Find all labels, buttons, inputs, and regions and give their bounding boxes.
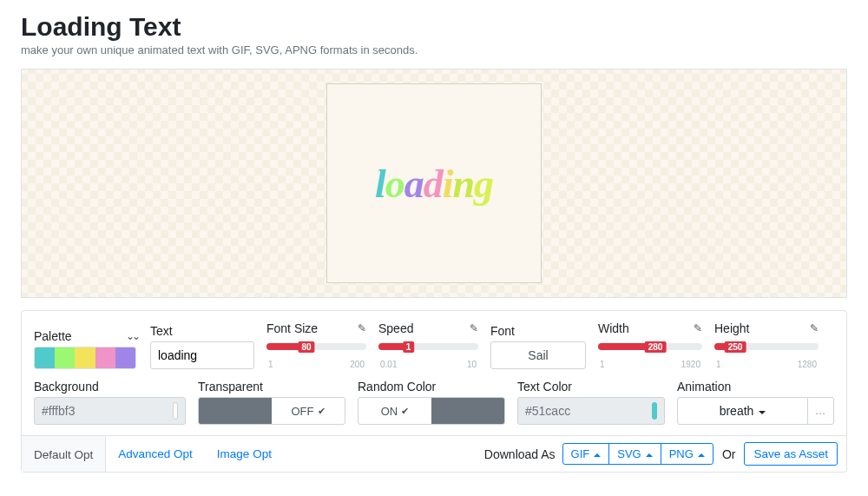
- width-label: Width: [598, 321, 629, 335]
- width-slider[interactable]: 280: [598, 339, 702, 354]
- preview-canvas: loading: [326, 83, 542, 283]
- background-label: Background: [34, 380, 99, 393]
- background-input[interactable]: #fffbf3: [34, 397, 186, 425]
- download-gif-button[interactable]: GIF: [563, 444, 609, 464]
- download-label: Download As: [484, 437, 556, 472]
- textcolor-label: Text Color: [517, 380, 572, 393]
- animation-more-button[interactable]: ...: [807, 398, 833, 424]
- download-png-button[interactable]: PNG: [661, 444, 713, 464]
- speed-label: Speed: [378, 321, 413, 335]
- pencil-icon[interactable]: ✎: [694, 322, 702, 334]
- preview-area: loading: [21, 69, 847, 298]
- fontsize-slider[interactable]: 80: [266, 339, 366, 354]
- save-asset-button[interactable]: Save as Asset: [744, 442, 838, 466]
- or-label: Or: [722, 447, 736, 461]
- text-label: Text: [150, 324, 173, 338]
- tab-advanced[interactable]: Advanced Opt: [106, 437, 205, 471]
- download-svg-button[interactable]: SVG: [608, 444, 660, 464]
- tab-image[interactable]: Image Opt: [205, 437, 284, 471]
- page-title: Loading Text: [21, 12, 847, 42]
- transparent-label: Transparent: [198, 380, 263, 393]
- tab-default[interactable]: Default Opt: [22, 436, 106, 472]
- download-format-group: GIF SVG PNG: [562, 443, 713, 465]
- randomcolor-toggle[interactable]: ON✔: [358, 397, 505, 425]
- chevron-down-icon[interactable]: ⌄⌄: [126, 330, 138, 342]
- height-label: Height: [714, 321, 749, 335]
- animation-select[interactable]: breath ...: [677, 397, 834, 425]
- pencil-icon[interactable]: ✎: [810, 322, 819, 334]
- height-slider[interactable]: 250: [714, 339, 819, 354]
- preview-text: loading: [375, 161, 493, 207]
- pencil-icon[interactable]: ✎: [470, 322, 478, 334]
- pencil-icon[interactable]: ✎: [358, 322, 366, 334]
- text-input[interactable]: [150, 341, 254, 369]
- transparent-toggle[interactable]: OFF✔: [198, 397, 345, 425]
- palette-label: Palette: [34, 329, 72, 343]
- page-subtitle: make your own unique animated text with …: [21, 43, 847, 56]
- control-panel: Palette ⌄⌄ Text Font Size ✎ 80 1200: [21, 310, 847, 473]
- animation-label: Animation: [677, 380, 731, 393]
- speed-slider[interactable]: 1: [378, 339, 478, 354]
- font-select[interactable]: Sail: [490, 341, 586, 369]
- font-label: Font: [490, 324, 515, 338]
- fontsize-label: Font Size: [266, 321, 318, 335]
- randomcolor-label: Random Color: [358, 380, 436, 393]
- textcolor-input[interactable]: #51cacc: [517, 397, 665, 425]
- palette-strip[interactable]: [34, 347, 136, 369]
